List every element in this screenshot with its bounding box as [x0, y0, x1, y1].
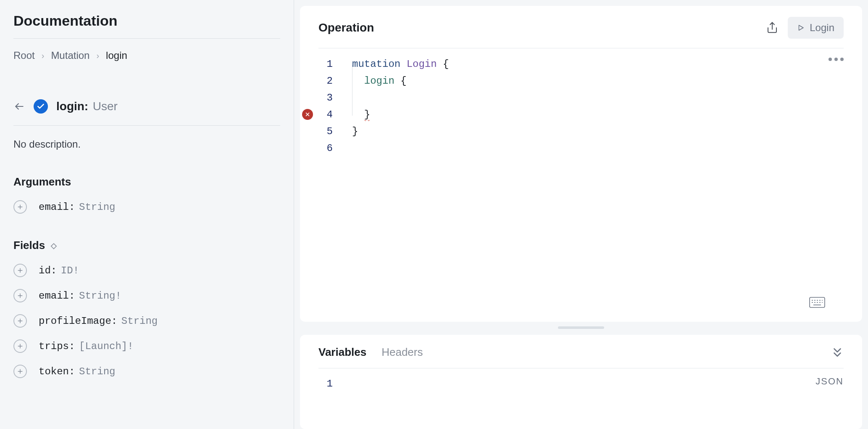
field-type[interactable]: String: [121, 315, 158, 327]
operation-header: Operation Login: [318, 17, 844, 48]
documentation-panel: Documentation Root › Mutation › login lo…: [0, 0, 294, 429]
field-type[interactable]: String: [79, 366, 115, 377]
arguments-list: email: String: [13, 200, 280, 214]
breadcrumb-mutation[interactable]: Mutation: [51, 50, 89, 61]
check-badge-icon: [34, 99, 48, 114]
svg-marker-14: [799, 25, 804, 30]
sort-icon[interactable]: ◇: [51, 241, 57, 250]
line-number: 2: [318, 73, 333, 90]
token-brace: }: [352, 126, 358, 137]
line-number: 1: [318, 56, 333, 73]
field-type[interactable]: String!: [79, 290, 121, 302]
add-field-button[interactable]: [13, 289, 27, 302]
chevron-right-icon: ›: [96, 51, 99, 61]
token-keyword: mutation: [352, 58, 400, 70]
field-type[interactable]: [Launch]!: [79, 341, 134, 352]
fields-heading: Fields ◇: [13, 239, 280, 252]
token-brace: {: [443, 58, 449, 70]
error-icon: [302, 109, 313, 120]
line-number: 3: [318, 90, 333, 106]
breadcrumb-current: login: [106, 50, 127, 61]
arguments-heading: Arguments: [13, 175, 280, 188]
add-field-button[interactable]: [13, 365, 27, 378]
field-name[interactable]: trips:: [39, 341, 75, 352]
token-field: login: [364, 75, 395, 87]
field-name: login:: [56, 100, 88, 113]
no-description-text: No description.: [13, 138, 280, 150]
operation-editor[interactable]: 1 mutation Login { 2 login { 3 4 }: [318, 48, 844, 322]
keyboard-icon: [809, 297, 825, 308]
pane-resize-handle[interactable]: [558, 326, 604, 329]
field-type[interactable]: ID!: [61, 265, 79, 276]
share-icon: [766, 21, 779, 34]
line-number: 5: [318, 123, 333, 140]
fields-heading-text: Fields: [13, 239, 45, 252]
play-icon: [797, 24, 805, 32]
breadcrumb: Root › Mutation › login: [13, 50, 280, 61]
variables-editor[interactable]: 1 JSON: [318, 368, 844, 392]
operation-pane: Operation Login 1 mutation Login { 2: [300, 6, 862, 322]
tab-variables[interactable]: Variables: [318, 346, 366, 359]
collapse-variables-button[interactable]: [831, 346, 844, 359]
fields-list: id: ID! email: String! profileImage: Str…: [13, 264, 280, 378]
add-argument-button[interactable]: [13, 200, 27, 214]
token-brace-error: }: [364, 109, 370, 122]
field-name[interactable]: token:: [39, 366, 75, 377]
field-name[interactable]: id:: [39, 265, 57, 276]
run-button-label: Login: [810, 22, 834, 34]
line-number: 1: [318, 376, 333, 392]
field-row: profileImage: String: [13, 314, 280, 328]
documentation-title: Documentation: [13, 13, 280, 39]
argument-name[interactable]: email:: [39, 201, 75, 213]
field-row: email: String!: [13, 289, 280, 302]
token-brace: {: [400, 75, 406, 87]
editor-area: Operation Login 1 mutation Login { 2: [294, 0, 868, 429]
back-arrow-icon[interactable]: [13, 101, 25, 112]
operation-title: Operation: [318, 21, 374, 34]
error-gutter[interactable]: [300, 109, 315, 120]
field-row: token: String: [13, 365, 280, 378]
add-field-button[interactable]: [13, 314, 27, 328]
token-opname: Login: [407, 58, 437, 70]
variables-header: Variables Headers: [318, 346, 844, 368]
variables-pane: Variables Headers 1 JSON: [300, 335, 862, 429]
argument-type[interactable]: String: [79, 201, 115, 213]
format-badge[interactable]: JSON: [815, 376, 844, 387]
chevron-right-icon: ›: [42, 51, 45, 61]
variables-tabs: Variables Headers: [318, 346, 423, 359]
argument-row: email: String: [13, 200, 280, 214]
run-operation-button[interactable]: Login: [788, 17, 844, 39]
add-field-button[interactable]: [13, 264, 27, 277]
line-number: 4: [318, 106, 333, 123]
chevrons-down-icon: [831, 346, 844, 359]
field-name[interactable]: profileImage:: [39, 315, 117, 327]
share-button[interactable]: [766, 21, 779, 34]
field-type[interactable]: User: [93, 100, 118, 113]
add-field-button[interactable]: [13, 339, 27, 353]
line-number: 6: [318, 140, 333, 157]
field-name[interactable]: email:: [39, 290, 75, 302]
field-header: login: User: [13, 99, 280, 126]
breadcrumb-root[interactable]: Root: [13, 50, 35, 61]
tab-headers[interactable]: Headers: [381, 346, 423, 359]
field-row: id: ID!: [13, 264, 280, 277]
keyboard-shortcuts-button[interactable]: [809, 297, 825, 310]
field-row: trips: [Launch]!: [13, 339, 280, 353]
operation-actions: Login: [766, 17, 844, 39]
